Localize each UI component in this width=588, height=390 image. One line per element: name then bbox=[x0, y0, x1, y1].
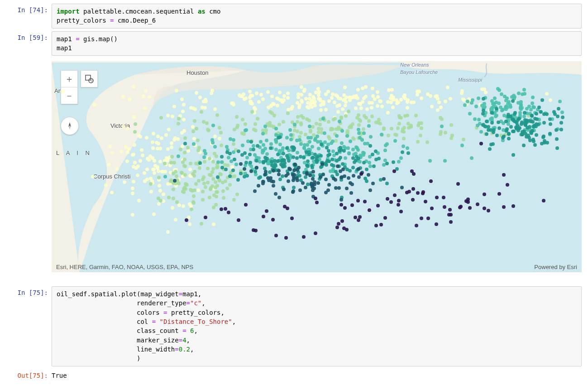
code-cell-59: In [59]: map1 = gis.map() map1 bbox=[6, 31, 582, 56]
map-attribution-left: Esri, HERE, Garmin, FAO, NOAA, USGS, EPA… bbox=[56, 264, 193, 270]
code-input-75[interactable]: oil_sedf.spatial.plot(map_widget=map1, r… bbox=[52, 286, 582, 366]
code-cell-75: In [75]: oil_sedf.spatial.plot(map_widge… bbox=[6, 286, 582, 366]
code-input-59[interactable]: map1 = gis.map() map1 bbox=[52, 31, 582, 56]
map-widget[interactable]: Houston Victoria Corpus Christi Ant L A … bbox=[52, 61, 582, 272]
prompt-in-74: In [74]: bbox=[6, 4, 52, 14]
code-input-74[interactable]: import palettable.cmocean.sequential as … bbox=[52, 4, 582, 29]
code-cell-74: In [74]: import palettable.cmocean.seque… bbox=[6, 4, 582, 29]
scatter-layer bbox=[52, 61, 582, 272]
map-output-cell: Houston Victoria Corpus Christi Ant L A … bbox=[6, 58, 582, 272]
prompt-in-75: In [75]: bbox=[6, 286, 52, 296]
output-value-75: True bbox=[52, 369, 582, 382]
prompt-out-75: Out[75]: bbox=[6, 369, 52, 379]
output-cell-75: Out[75]: True bbox=[6, 369, 582, 382]
map-prompt-spacer bbox=[6, 58, 52, 61]
prompt-in-59: In [59]: bbox=[6, 31, 52, 41]
map-attribution-right: Powered by Esri bbox=[534, 264, 577, 270]
